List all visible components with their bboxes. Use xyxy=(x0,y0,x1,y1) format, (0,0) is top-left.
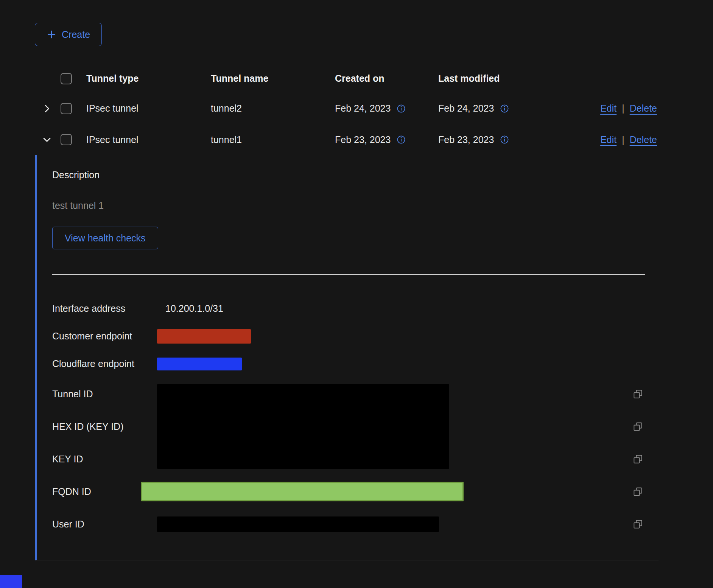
action-separator: | xyxy=(622,103,624,114)
last-modified-value: Feb 24, 2023 xyxy=(438,103,494,114)
detail-row-interface-address: Interface address 10.200.1.0/31 xyxy=(52,295,659,322)
tunnel-detail-fields: Interface address 10.200.1.0/31 Customer… xyxy=(52,295,659,540)
collapse-row-button[interactable] xyxy=(41,134,53,146)
detail-row-user-id: User ID xyxy=(52,508,659,540)
chevron-down-icon xyxy=(42,135,51,144)
tunnels-table: Tunnel type Tunnel name Created on Last … xyxy=(35,64,659,560)
tunnel-type-cell: IPsec tunnel xyxy=(86,103,211,114)
column-header-last-modified: Last modified xyxy=(438,73,583,84)
copy-tunnel-id-button[interactable] xyxy=(632,388,644,400)
select-all-checkbox[interactable] xyxy=(61,73,72,84)
key-id-label: KEY ID xyxy=(52,443,157,475)
info-icon[interactable] xyxy=(500,135,509,144)
copy-fqdn-id-button[interactable] xyxy=(632,486,644,498)
created-on-value: Feb 24, 2023 xyxy=(335,103,391,114)
copy-icon xyxy=(633,519,643,529)
created-on-value: Feb 23, 2023 xyxy=(335,134,391,145)
customer-endpoint-redacted-value xyxy=(157,329,251,344)
user-id-redacted-value xyxy=(157,516,439,532)
detail-group-ids: Tunnel ID HEX ID (KEY ID) KEY ID xyxy=(52,378,659,475)
tunnel-name-cell: tunnel1 xyxy=(211,134,335,145)
detail-row-cloudflare-endpoint: Cloudflare endpoint xyxy=(52,350,659,378)
detail-row-customer-endpoint: Customer endpoint xyxy=(52,322,659,350)
view-health-checks-button[interactable]: View health checks xyxy=(52,227,158,249)
cloudflare-endpoint-redacted-value xyxy=(157,358,242,370)
cloudflare-endpoint-label: Cloudflare endpoint xyxy=(52,358,157,369)
column-header-created-on: Created on xyxy=(335,73,438,84)
interface-address-label: Interface address xyxy=(52,303,157,314)
last-modified-value: Feb 23, 2023 xyxy=(438,134,494,145)
action-separator: | xyxy=(622,134,624,145)
row-checkbox[interactable] xyxy=(61,103,72,114)
table-row: IPsec tunnel tunnel1 Feb 23, 2023 Feb 23… xyxy=(35,124,659,155)
bottom-blue-strip xyxy=(0,575,22,588)
description-value: test tunnel 1 xyxy=(52,200,659,211)
copy-icon xyxy=(633,422,643,432)
delete-link[interactable]: Delete xyxy=(630,103,657,114)
customer-endpoint-label: Customer endpoint xyxy=(52,331,157,342)
hex-id-label: HEX ID (KEY ID) xyxy=(52,410,157,443)
copy-icon xyxy=(633,389,643,399)
fqdn-id-redacted-value xyxy=(141,482,464,501)
copy-icon xyxy=(633,454,643,464)
copy-icon xyxy=(633,487,643,497)
copy-hex-id-button[interactable] xyxy=(632,421,644,432)
description-label: Description xyxy=(52,170,659,180)
info-icon[interactable] xyxy=(500,104,509,113)
interface-address-value: 10.200.1.0/31 xyxy=(157,303,223,314)
tunnel-type-cell: IPsec tunnel xyxy=(86,134,211,145)
info-icon[interactable] xyxy=(397,104,406,113)
tunnel-id-label: Tunnel ID xyxy=(52,378,157,410)
copy-user-id-button[interactable] xyxy=(632,518,644,530)
column-header-tunnel-name: Tunnel name xyxy=(211,73,335,84)
tunnel-details-panel: Description test tunnel 1 View health ch… xyxy=(35,155,659,560)
tunnel-name-cell: tunnel2 xyxy=(211,103,335,114)
edit-link[interactable]: Edit xyxy=(600,103,616,114)
user-id-label: User ID xyxy=(52,519,157,530)
column-header-tunnel-type: Tunnel type xyxy=(86,73,211,84)
tunnels-page: Create Tunnel type Tunnel name Created o… xyxy=(0,0,713,560)
plus-icon xyxy=(47,30,56,39)
expand-row-button[interactable] xyxy=(41,103,53,115)
table-row: IPsec tunnel tunnel2 Feb 24, 2023 Feb 24… xyxy=(35,93,659,124)
section-divider xyxy=(52,274,645,275)
info-icon[interactable] xyxy=(397,135,406,144)
copy-key-id-button[interactable] xyxy=(632,453,644,465)
row-checkbox[interactable] xyxy=(61,134,72,145)
create-button-label: Create xyxy=(62,29,90,40)
detail-row-fqdn-id: FQDN ID xyxy=(52,475,659,508)
chevron-right-icon xyxy=(42,104,51,113)
table-header-row: Tunnel type Tunnel name Created on Last … xyxy=(35,64,659,93)
edit-link[interactable]: Edit xyxy=(600,134,616,145)
ids-redacted-value xyxy=(157,384,449,469)
delete-link[interactable]: Delete xyxy=(630,134,657,145)
create-button[interactable]: Create xyxy=(35,23,102,46)
